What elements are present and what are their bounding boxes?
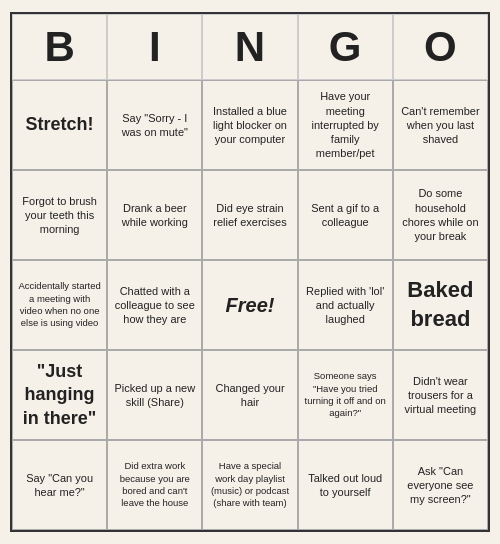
bingo-cell-14[interactable]: Baked bread xyxy=(393,260,488,350)
bingo-cell-5[interactable]: Forgot to brush your teeth this morning xyxy=(12,170,107,260)
bingo-cell-9[interactable]: Do some household chores while on your b… xyxy=(393,170,488,260)
bingo-cell-18[interactable]: Someone says "Have you tried turning it … xyxy=(298,350,393,440)
bingo-cell-12[interactable]: Free! xyxy=(202,260,297,350)
bingo-cell-4[interactable]: Can't remember when you last shaved xyxy=(393,80,488,170)
bingo-cell-19[interactable]: Didn't wear trousers for a virtual meeti… xyxy=(393,350,488,440)
bingo-cell-23[interactable]: Talked out loud to yourself xyxy=(298,440,393,530)
bingo-cell-1[interactable]: Say "Sorry - I was on mute" xyxy=(107,80,202,170)
bingo-cell-8[interactable]: Sent a gif to a colleague xyxy=(298,170,393,260)
bingo-letter-g: G xyxy=(298,14,393,80)
bingo-cell-17[interactable]: Changed your hair xyxy=(202,350,297,440)
bingo-cell-22[interactable]: Have a special work day playlist (music)… xyxy=(202,440,297,530)
bingo-cell-15[interactable]: "Just hanging in there" xyxy=(12,350,107,440)
bingo-cell-2[interactable]: Installed a blue light blocker on your c… xyxy=(202,80,297,170)
bingo-cell-6[interactable]: Drank a beer while working xyxy=(107,170,202,260)
bingo-grid: Stretch!Say "Sorry - I was on mute"Insta… xyxy=(12,80,488,530)
bingo-cell-13[interactable]: Replied with 'lol' and actually laughed xyxy=(298,260,393,350)
bingo-letter-o: O xyxy=(393,14,488,80)
bingo-card: BINGO Stretch!Say "Sorry - I was on mute… xyxy=(10,12,490,532)
bingo-letter-i: I xyxy=(107,14,202,80)
bingo-letter-b: B xyxy=(12,14,107,80)
bingo-cell-11[interactable]: Chatted with a colleague to see how they… xyxy=(107,260,202,350)
bingo-cell-16[interactable]: Picked up a new skill (Share) xyxy=(107,350,202,440)
bingo-cell-7[interactable]: Did eye strain relief exercises xyxy=(202,170,297,260)
bingo-cell-3[interactable]: Have your meeting interrupted by family … xyxy=(298,80,393,170)
bingo-cell-21[interactable]: Did extra work because you are bored and… xyxy=(107,440,202,530)
bingo-letter-n: N xyxy=(202,14,297,80)
bingo-cell-10[interactable]: Accidentally started a meeting with vide… xyxy=(12,260,107,350)
bingo-header: BINGO xyxy=(12,14,488,80)
bingo-cell-24[interactable]: Ask "Can everyone see my screen?" xyxy=(393,440,488,530)
bingo-cell-20[interactable]: Say "Can you hear me?" xyxy=(12,440,107,530)
bingo-cell-0[interactable]: Stretch! xyxy=(12,80,107,170)
